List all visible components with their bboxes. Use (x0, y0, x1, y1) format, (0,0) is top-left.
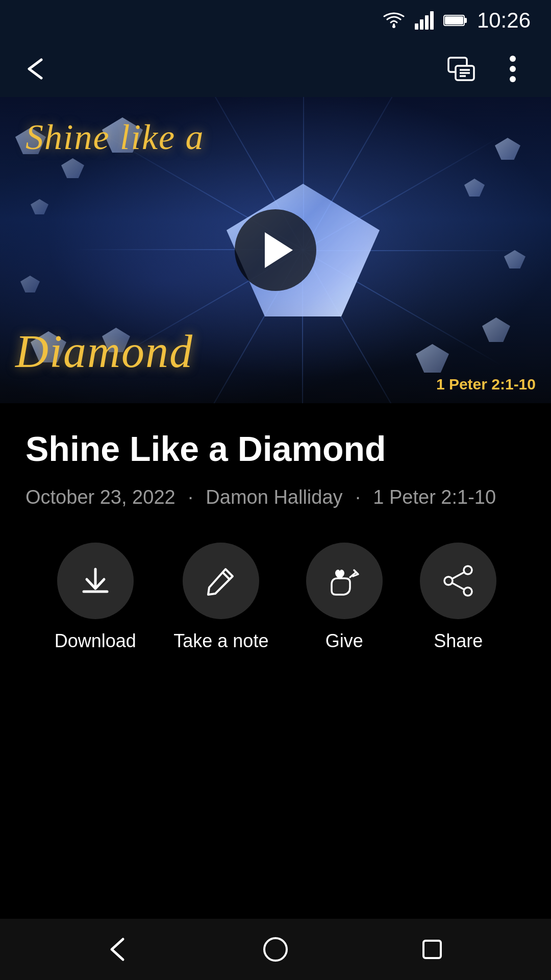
video-thumbnail[interactable]: Shine like a Diamond 1 Peter 2:1-10 (0, 97, 551, 403)
download-circle (57, 543, 134, 619)
system-recent-button[interactable] (412, 929, 453, 970)
system-back-button[interactable] (98, 929, 139, 970)
chat-button[interactable] (444, 51, 480, 87)
video-scripture-label: 1 Peter 2:1-10 (436, 376, 536, 393)
battery-icon (443, 13, 468, 28)
download-label: Download (55, 630, 136, 652)
status-bar: 10:26 (0, 0, 551, 41)
back-button[interactable] (20, 51, 56, 87)
sermon-scripture: 1 Peter 2:1-10 (373, 486, 496, 508)
bottom-nav (0, 919, 551, 980)
status-time: 10:26 (477, 8, 531, 33)
svg-point-15 (510, 76, 516, 82)
svg-rect-4 (430, 11, 434, 30)
take-a-note-action[interactable]: Take a note (173, 543, 268, 652)
recent-square-icon (420, 938, 444, 961)
svg-rect-6 (464, 18, 467, 23)
more-options-button[interactable] (495, 51, 531, 87)
actions-row: Download Take a note (26, 543, 525, 652)
svg-rect-7 (445, 16, 463, 24)
video-title-diamond: Diamond (15, 325, 193, 378)
svg-point-17 (444, 577, 453, 585)
svg-point-13 (510, 56, 516, 62)
play-button[interactable] (235, 209, 316, 291)
pencil-icon (204, 564, 238, 598)
system-home-button[interactable] (255, 929, 296, 970)
dot-separator-1: · (183, 486, 199, 508)
share-icon (440, 563, 476, 599)
svg-rect-3 (425, 15, 429, 30)
chat-icon (446, 56, 477, 82)
svg-line-19 (452, 572, 464, 579)
sermon-content: Shine Like a Diamond October 23, 2022 · … (0, 403, 551, 672)
take-a-note-label: Take a note (173, 630, 268, 652)
svg-point-0 (392, 25, 395, 28)
signal-icon (415, 11, 434, 30)
top-nav (0, 41, 551, 97)
back-arrow-icon (25, 58, 52, 80)
take-a-note-circle (183, 543, 259, 619)
status-icons: 10:26 (382, 8, 531, 33)
home-circle-icon (262, 936, 289, 963)
give-action[interactable]: Give (306, 543, 383, 652)
back-nav-icon (106, 936, 132, 963)
nav-right (444, 51, 531, 87)
video-title-shine: Shine like a (26, 117, 205, 157)
download-icon (78, 563, 113, 599)
svg-point-16 (464, 566, 472, 574)
play-triangle-icon (265, 232, 293, 268)
give-label: Give (325, 630, 363, 652)
svg-line-20 (452, 583, 464, 590)
give-circle (306, 543, 383, 619)
dot-separator-2: · (350, 486, 366, 508)
download-action[interactable]: Download (55, 543, 136, 652)
svg-rect-22 (423, 941, 441, 958)
give-icon (327, 563, 362, 599)
share-action[interactable]: Share (420, 543, 496, 652)
more-dots-icon (509, 55, 516, 83)
sermon-title: Shine Like a Diamond (26, 429, 525, 469)
wifi-icon (382, 11, 406, 30)
svg-point-18 (464, 587, 472, 596)
svg-rect-2 (420, 19, 423, 30)
svg-rect-1 (415, 23, 418, 30)
sermon-date: October 23, 2022 (26, 486, 176, 508)
svg-point-14 (510, 66, 516, 72)
sermon-speaker: Damon Halliday (206, 486, 342, 508)
sermon-meta: October 23, 2022 · Damon Halliday · 1 Pe… (26, 483, 525, 512)
share-circle (420, 543, 496, 619)
svg-point-21 (264, 938, 287, 961)
share-label: Share (434, 630, 483, 652)
nav-left (20, 51, 56, 87)
